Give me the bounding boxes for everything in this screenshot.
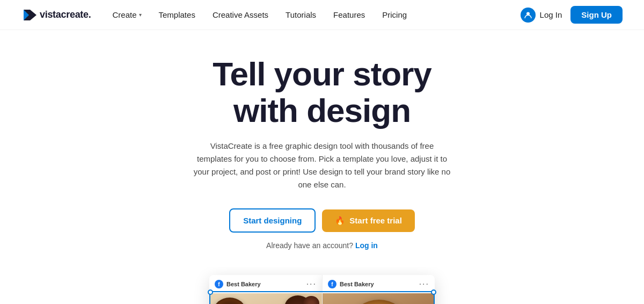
hero-login-link[interactable]: Log in — [355, 241, 378, 250]
hero-title: Tell your story with design — [213, 56, 431, 129]
logo-text: vistacreate. — [40, 9, 91, 20]
logo-icon — [21, 8, 36, 23]
navbar: vistacreate. Create ▾ Templates Creative… — [0, 0, 644, 30]
nav-link-templates[interactable]: Templates — [159, 10, 195, 19]
nav-right: Log In Sign Up — [521, 6, 623, 24]
selection-box — [209, 291, 435, 304]
nav-link-features[interactable]: Features — [333, 10, 365, 19]
start-designing-button[interactable]: Start designing — [229, 208, 316, 233]
fire-icon: 🔥 — [335, 216, 345, 226]
logo[interactable]: vistacreate. — [21, 8, 91, 23]
chevron-down-icon: ▾ — [139, 12, 142, 18]
start-free-trial-button[interactable]: 🔥 Start free trial — [322, 209, 415, 232]
user-icon — [521, 8, 536, 23]
nav-link-create[interactable]: Create ▾ — [112, 10, 141, 19]
fb-page-name-2: f Best Bakery — [328, 280, 374, 288]
hero-section: Tell your story with design VistaCreate … — [0, 30, 644, 304]
facebook-icon-1: f — [215, 280, 223, 288]
fb-more-2: ··· — [419, 279, 429, 289]
handle-top-left[interactable] — [208, 289, 213, 295]
facebook-icon-2: f — [328, 280, 336, 288]
login-button[interactable]: Log In — [521, 8, 562, 23]
account-prompt: Already have an account? Log in — [266, 241, 378, 250]
fb-card-2-header: f Best Bakery ··· — [323, 275, 435, 293]
fb-card-1-header: f Best Bakery ··· — [209, 275, 322, 293]
fb-page-name-1: f Best Bakery — [215, 280, 261, 288]
nav-links: Create ▾ Templates Creative Assets Tutor… — [112, 10, 520, 19]
hero-image-area: f Best Bakery ··· The past... — [102, 267, 542, 304]
hero-buttons: Start designing 🔥 Start free trial — [229, 208, 415, 233]
nav-link-creative-assets[interactable]: Creative Assets — [213, 10, 268, 19]
nav-link-pricing[interactable]: Pricing — [382, 10, 407, 19]
nav-link-tutorials[interactable]: Tutorials — [286, 10, 316, 19]
hero-image-container: f Best Bakery ··· The past... — [102, 267, 542, 304]
handle-top-right[interactable] — [431, 289, 436, 295]
signup-button[interactable]: Sign Up — [570, 6, 623, 24]
fb-more-1: ··· — [306, 279, 317, 289]
hero-subtitle: VistaCreate is a free graphic design too… — [193, 140, 451, 191]
